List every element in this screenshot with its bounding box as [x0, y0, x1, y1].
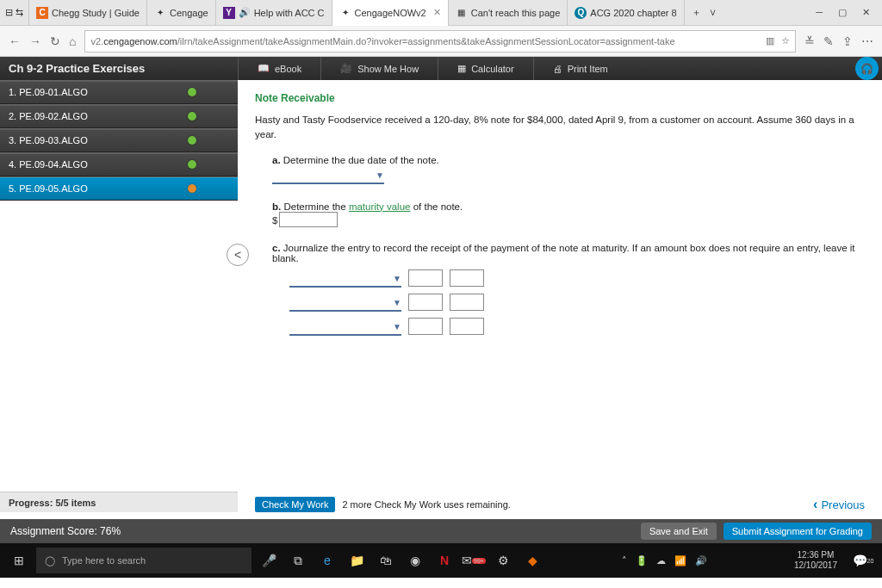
volume-icon[interactable]: 🔊 [695, 555, 707, 566]
notifications-icon[interactable]: 💬20 [851, 548, 875, 573]
forward-icon[interactable]: → [29, 34, 41, 48]
share-icon[interactable]: ⇪ [842, 34, 853, 48]
question-title: Note Receivable [255, 92, 865, 104]
progress-label: Progress: 5/5 items [0, 492, 238, 512]
star-icon[interactable]: ☆ [781, 35, 790, 46]
tab-error[interactable]: ▦Can't reach this page [449, 0, 568, 26]
windows-taskbar: ⊞ ◯Type here to search 🎤 ⧉ e 📁 🛍 ◉ N ✉99… [0, 543, 882, 578]
journal-debit-3[interactable] [408, 318, 443, 335]
score-bar: Assignment Score: 76% Save and Exit Subm… [0, 519, 882, 543]
submit-assignment-button[interactable]: Submit Assignment for Grading [724, 523, 872, 540]
previous-button[interactable]: ‹Previous [813, 497, 865, 512]
app-icon-1[interactable]: ◉ [403, 548, 427, 573]
sidebar-item-1[interactable]: 1. PE.09-01.ALGO [0, 80, 238, 104]
audio-icon: 🔊 [239, 7, 251, 18]
save-and-exit-button[interactable]: Save and Exit [641, 523, 717, 540]
maturity-value-term[interactable]: maturity value [349, 201, 411, 212]
ebook-button[interactable]: 📖eBook [238, 57, 320, 80]
help-icon[interactable]: 🎧 [855, 57, 879, 80]
tab-cengage[interactable]: ✦Cengage [147, 0, 216, 26]
store-icon[interactable]: 🛍 [374, 548, 398, 573]
onedrive-icon[interactable]: ☁ [656, 555, 666, 566]
question-sidebar: 1. PE.09-01.ALGO 2. PE.09-02.ALGO 3. PE.… [0, 80, 238, 519]
settings-icon[interactable]: ⚙ [491, 548, 515, 573]
minimize-icon[interactable]: ─ [816, 7, 823, 18]
sidebar-item-2[interactable]: 2. PE.09-02.ALGO [0, 104, 238, 128]
url-input[interactable]: v2.cengagenow.com/ilrn/takeAssignment/ta… [84, 30, 796, 53]
mic-icon[interactable]: 🎤 [257, 548, 281, 573]
battery-icon[interactable]: 🔋 [636, 555, 648, 566]
journal-account-2[interactable] [289, 296, 401, 312]
part-a: a. Determine the due date of the note. [272, 155, 865, 186]
book-icon: 📖 [258, 63, 270, 74]
journal-debit-2[interactable] [408, 294, 443, 311]
sidebar-item-5[interactable]: 5. PE.09-05.ALGO [0, 176, 238, 201]
calc-icon: ▦ [457, 63, 466, 74]
maturity-value-input[interactable] [279, 212, 338, 227]
favorites-icon[interactable]: ≚ [804, 34, 815, 48]
assignment-title: Ch 9-2 Practice Exercises [0, 62, 238, 75]
part-c: c. Journalize the entry to record the re… [272, 243, 865, 336]
close-icon[interactable]: ✕ [433, 7, 441, 18]
close-window-icon[interactable]: ✕ [862, 7, 870, 18]
browser-tabs: ⊟ ⇆ CChegg Study | Guide ✦Cengage Y🔊Help… [0, 0, 882, 26]
wifi-icon[interactable]: 📶 [674, 555, 686, 566]
journal-credit-1[interactable] [450, 269, 484, 287]
taskview-icon[interactable]: ⧉ [286, 548, 310, 573]
tab-acg[interactable]: QACG 2020 chapter 8 [568, 0, 684, 26]
part-b: b. Determine the maturity value of the n… [272, 201, 865, 227]
tab-help[interactable]: Y🔊Help with ACC C [216, 0, 332, 26]
journal-credit-3[interactable] [450, 318, 484, 335]
check-my-work-button[interactable]: Check My Work [255, 497, 335, 512]
journal-account-1[interactable] [289, 272, 401, 288]
print-icon: 🖨 [553, 64, 562, 74]
assignment-header: Ch 9-2 Practice Exercises 📖eBook 🎥Show M… [0, 57, 882, 80]
edge-icon[interactable]: e [315, 548, 339, 573]
tab-chegg[interactable]: CChegg Study | Guide [29, 0, 147, 26]
taskbar-clock[interactable]: 12:36 PM12/10/2017 [786, 550, 846, 571]
check-remaining-text: 2 more Check My Work uses remaining. [342, 499, 510, 510]
due-date-dropdown[interactable] [272, 169, 384, 184]
notes-icon[interactable]: ✎ [823, 34, 834, 48]
start-icon[interactable]: ⊞ [7, 548, 31, 573]
back-icon[interactable]: ← [9, 34, 21, 48]
reader-icon[interactable]: ▥ [766, 35, 774, 46]
explorer-icon[interactable]: 📁 [345, 548, 369, 573]
home-icon[interactable]: ⌂ [69, 34, 76, 48]
taskbar-search[interactable]: ◯Type here to search [36, 548, 252, 573]
collapse-sidebar-button[interactable]: < [227, 244, 249, 266]
print-button[interactable]: 🖨Print Item [533, 57, 627, 80]
new-tab-button[interactable]: ＋ ∨ [685, 0, 724, 26]
question-content: < Note Receivable Hasty and Tasty Foodse… [238, 80, 882, 519]
assignment-score: Assignment Score: 76% [10, 525, 121, 537]
netflix-icon[interactable]: N [432, 548, 457, 573]
search-icon: ◯ [45, 555, 55, 566]
refresh-icon[interactable]: ↻ [50, 34, 60, 48]
video-icon: 🎥 [340, 63, 352, 74]
show-me-how-button[interactable]: 🎥Show Me How [320, 57, 438, 80]
journal-account-3[interactable] [289, 320, 401, 336]
sidebar-item-3[interactable]: 3. PE.09-03.ALGO [0, 128, 238, 152]
journal-debit-1[interactable] [408, 269, 443, 287]
journal-credit-2[interactable] [450, 294, 484, 311]
app-icon-2[interactable]: ◆ [520, 548, 544, 573]
win-tab-icon[interactable]: ⊟ ⇆ [0, 0, 29, 26]
tab-cengagenow[interactable]: ✦CengageNOWv2✕ [332, 0, 449, 26]
tray-up-icon[interactable]: ˄ [622, 555, 627, 566]
address-bar-row: ← → ↻ ⌂ v2.cengagenow.com/ilrn/takeAssig… [0, 26, 882, 57]
maximize-icon[interactable]: ▢ [838, 7, 847, 18]
question-intro: Hasty and Tasty Foodservice received a 1… [255, 113, 865, 143]
calculator-button[interactable]: ▦Calculator [438, 57, 533, 80]
more-icon[interactable]: ⋯ [861, 34, 873, 48]
sidebar-item-4[interactable]: 4. PE.09-04.ALGO [0, 152, 238, 176]
mail-icon[interactable]: ✉99+ [462, 548, 486, 573]
